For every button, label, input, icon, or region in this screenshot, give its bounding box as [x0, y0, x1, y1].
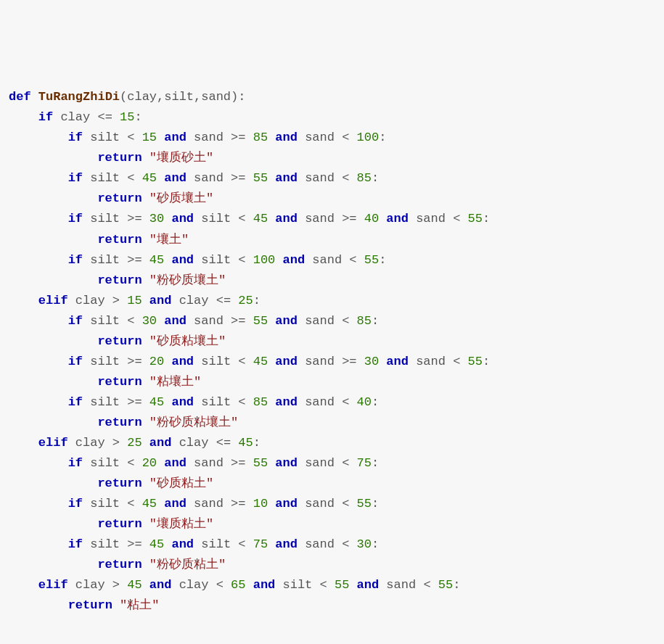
var-clay: clay — [75, 294, 105, 307]
op-gte: >= — [231, 497, 245, 511]
code-line: if silt >= 45 and silt < 85 and sand < 4… — [9, 392, 655, 413]
op-gt: > — [112, 436, 120, 450]
keyword-and: and — [357, 578, 380, 592]
string-literal: "粉砂质粘土" — [149, 558, 226, 571]
num: 40 — [357, 395, 372, 409]
op-lt: < — [342, 314, 349, 328]
keyword-elif: elif — [38, 436, 68, 450]
keyword-return: return — [68, 598, 112, 612]
op-gte: >= — [342, 212, 356, 226]
code-line: return "砂质壤土" — [9, 189, 655, 209]
colon: : — [253, 294, 261, 307]
num: 45 — [149, 537, 164, 551]
op-lt: < — [453, 355, 460, 368]
keyword-and: and — [171, 355, 194, 368]
var-silt: silt — [90, 456, 120, 470]
var-sand: sand — [305, 314, 335, 328]
num: 40 — [364, 212, 379, 226]
keyword-and: and — [171, 537, 194, 551]
comma: , — [157, 90, 164, 104]
op-lt: < — [342, 131, 349, 144]
colon: : — [372, 314, 379, 328]
keyword-and: and — [275, 131, 298, 144]
code-block: def TuRangZhiDi(clay,silt,sand): if clay… — [9, 87, 655, 616]
string-literal: "壤土" — [149, 233, 189, 247]
op-gte: >= — [231, 456, 245, 470]
code-line: return "粘壤土" — [9, 372, 655, 392]
num: 75 — [357, 456, 372, 470]
code-line: return "粉砂质粘土" — [9, 555, 655, 575]
var-sand: sand — [416, 355, 446, 368]
num: 25 — [127, 436, 142, 450]
keyword-and: and — [275, 537, 298, 551]
num: 30 — [357, 537, 372, 551]
colon: : — [483, 212, 490, 226]
keyword-if: if — [68, 253, 83, 267]
keyword-and: and — [149, 294, 172, 307]
colon: : — [253, 436, 261, 450]
op-gte: >= — [127, 395, 142, 409]
num: 55 — [364, 253, 379, 267]
string-literal: "粘土" — [120, 598, 159, 612]
keyword-if: if — [68, 497, 83, 511]
code-line: if silt >= 30 and silt < 45 and sand >= … — [9, 209, 655, 229]
keyword-if: if — [68, 171, 83, 185]
code-line: return "壤质砂土" — [9, 148, 655, 168]
op-gte: >= — [231, 171, 245, 185]
keyword-if: if — [68, 456, 83, 470]
var-sand: sand — [305, 456, 335, 470]
var-sand: sand — [305, 395, 335, 409]
var-sand: sand — [194, 456, 224, 470]
op-lt: < — [342, 171, 349, 185]
num: 55 — [438, 578, 453, 592]
num: 45 — [238, 436, 253, 450]
string-literal: "粉砂质粘壤土" — [149, 416, 238, 429]
keyword-def: def — [9, 90, 31, 104]
code-line: if silt >= 20 and silt < 45 and sand >= … — [9, 352, 655, 372]
num: 85 — [253, 395, 268, 409]
keyword-and: and — [275, 497, 298, 511]
code-line: return "壤质粘土" — [9, 514, 655, 534]
var-silt: silt — [90, 171, 120, 185]
string-literal: "砂质粘土" — [149, 476, 213, 490]
string-literal: "粉砂质壤土" — [149, 273, 226, 287]
var-silt: silt — [90, 212, 120, 226]
num: 30 — [149, 212, 164, 226]
string-literal: "粘壤土" — [149, 375, 201, 389]
var-clay: clay — [179, 294, 209, 307]
var-sand: sand — [312, 253, 342, 267]
op-lt: < — [342, 395, 349, 409]
keyword-return: return — [97, 334, 142, 348]
num: 15 — [142, 131, 157, 144]
keyword-if: if — [68, 131, 83, 144]
keyword-and: and — [164, 131, 187, 144]
keyword-and: and — [164, 314, 187, 328]
var-silt: silt — [201, 355, 231, 368]
comma: , — [194, 90, 201, 104]
var-silt: silt — [201, 253, 231, 267]
var-sand: sand — [194, 497, 224, 511]
keyword-return: return — [97, 151, 142, 165]
num: 55 — [357, 497, 372, 511]
keyword-return: return — [97, 558, 142, 571]
op-lt: < — [342, 456, 349, 470]
keyword-and: and — [275, 171, 298, 185]
num: 45 — [142, 497, 157, 511]
var-silt: silt — [90, 395, 120, 409]
keyword-return: return — [97, 375, 142, 389]
var-sand: sand — [416, 212, 446, 226]
num: 65 — [231, 578, 245, 592]
num: 45 — [142, 171, 157, 185]
op-lt: < — [238, 395, 245, 409]
code-line: if silt < 20 and sand >= 55 and sand < 7… — [9, 453, 655, 474]
keyword-and: and — [253, 578, 276, 592]
op-lt: < — [238, 212, 245, 226]
string-literal: "壤质粘土" — [149, 517, 213, 531]
paren-open: ( — [120, 90, 127, 104]
colon: : — [453, 578, 460, 592]
var-clay: clay — [75, 578, 105, 592]
keyword-if: if — [68, 212, 83, 226]
var-silt: silt — [90, 497, 120, 511]
code-line: if silt >= 45 and silt < 100 and sand < … — [9, 250, 655, 271]
code-line: elif clay > 15 and clay <= 25: — [9, 291, 655, 311]
